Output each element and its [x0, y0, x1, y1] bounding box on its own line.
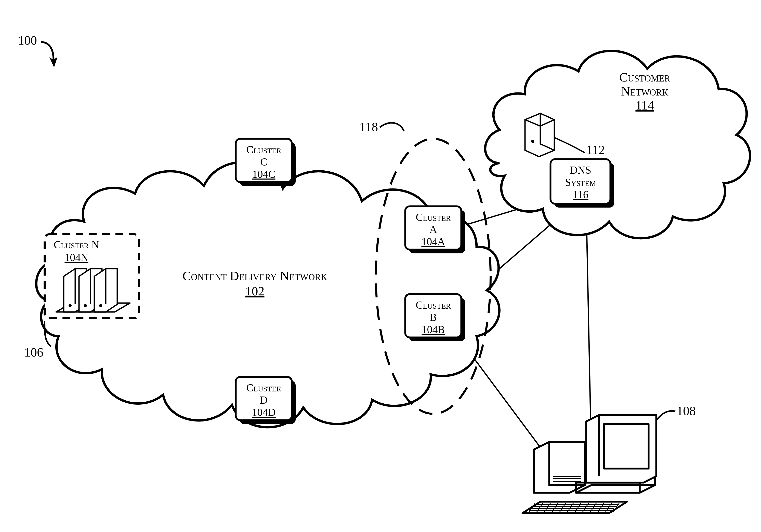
svg-text:C: C [260, 156, 267, 168]
cluster-b-letter: B [430, 311, 437, 323]
cluster-b-name: Cluster [416, 299, 451, 311]
svg-text:106: 106 [24, 345, 43, 359]
svg-text:100: 100 [18, 33, 37, 47]
svg-point-41 [84, 304, 87, 307]
figure-ref-arrow [41, 42, 53, 60]
cluster-a-box: Cluster A 104A [405, 206, 465, 253]
svg-text:Content Delivery Network: Content Delivery Network [183, 269, 327, 283]
svg-text:102: 102 [245, 284, 264, 298]
svg-text:D: D [260, 394, 267, 406]
customer-net-l2: Network [621, 84, 669, 98]
dns-l1: DNS [570, 164, 591, 176]
svg-text:104C: 104C [252, 168, 275, 180]
cluster-a-letter: A [430, 224, 437, 235]
callout-106: 106 [24, 345, 43, 359]
cdn-title: Content Delivery Network [183, 269, 327, 283]
svg-line-2 [586, 204, 591, 453]
svg-text:Cluster N: Cluster N [54, 239, 99, 250]
figure-ref: 100 [18, 33, 37, 47]
svg-text:Cluster: Cluster [416, 299, 451, 311]
cluster-c-box: Cluster C 104C [236, 139, 296, 186]
customer-server-icon [525, 113, 554, 157]
patent-figure: Content Delivery Network 102 Customer Ne… [0, 0, 761, 532]
svg-text:118: 118 [359, 120, 378, 134]
cluster-n-name: Cluster N [54, 239, 99, 250]
client-pc-icon [522, 415, 656, 513]
callout-112: 112 [586, 143, 605, 157]
svg-text:A: A [430, 224, 437, 235]
cluster-d-name: Cluster [246, 382, 281, 394]
cluster-n-box: Cluster N 104N [45, 234, 139, 318]
cluster-b-box: Cluster B 104B [405, 294, 465, 341]
svg-text:B: B [430, 311, 437, 323]
svg-text:System: System [565, 177, 596, 188]
leader-108 [656, 411, 675, 420]
svg-text:Network: Network [621, 84, 669, 98]
cluster-a-ref: 104A [421, 236, 445, 247]
svg-text:112: 112 [586, 143, 605, 157]
callout-108: 108 [676, 404, 696, 418]
svg-text:Customer: Customer [619, 70, 671, 84]
cluster-n-ref: 104N [65, 252, 88, 263]
cluster-a-name: Cluster [416, 211, 451, 223]
cluster-d-box: Cluster D 104D [236, 377, 296, 424]
svg-point-40 [69, 304, 72, 307]
svg-text:108: 108 [676, 404, 696, 418]
cluster-c-letter: C [260, 156, 267, 168]
dns-l2: System [565, 177, 596, 188]
svg-text:104N: 104N [65, 252, 88, 263]
cluster-b-ref: 104B [422, 324, 445, 335]
svg-text:104D: 104D [252, 406, 275, 418]
svg-text:Cluster: Cluster [246, 382, 281, 394]
cdn-ref: 102 [245, 284, 264, 298]
dns-ref: 116 [573, 189, 588, 200]
svg-text:104B: 104B [422, 324, 445, 335]
svg-point-9 [531, 140, 534, 143]
dns-system-box: DNS System 116 [551, 159, 614, 208]
svg-text:114: 114 [635, 98, 654, 112]
svg-point-42 [99, 304, 102, 307]
svg-text:116: 116 [573, 189, 588, 200]
svg-text:104A: 104A [421, 236, 445, 247]
customer-net-l1: Customer [619, 70, 671, 84]
cluster-d-ref: 104D [252, 406, 275, 418]
svg-text:DNS: DNS [570, 164, 591, 176]
svg-rect-47 [604, 424, 649, 469]
cluster-c-name: Cluster [246, 144, 281, 156]
leader-118 [380, 123, 404, 131]
svg-text:Cluster: Cluster [246, 144, 281, 156]
customer-net-ref: 114 [635, 98, 654, 112]
svg-text:Cluster: Cluster [416, 211, 451, 223]
callout-118: 118 [359, 120, 378, 134]
cluster-c-ref: 104C [252, 168, 275, 180]
cluster-d-letter: D [260, 394, 267, 406]
